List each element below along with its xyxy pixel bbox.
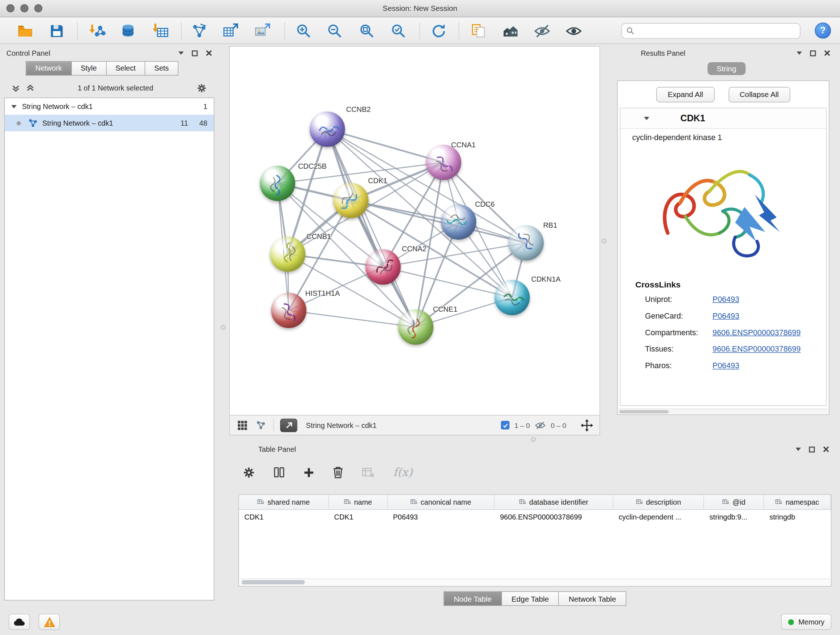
scrollbar-thumb[interactable] <box>242 580 305 584</box>
network-node-cdk1[interactable] <box>333 183 369 218</box>
cloud-status-button[interactable] <box>9 614 30 630</box>
column-header-shared-name[interactable]: shared name <box>239 495 328 509</box>
panel-menu-icon[interactable] <box>796 448 801 451</box>
crosslink-link[interactable]: P06493 <box>713 295 739 303</box>
delete-table-button-disabled[interactable] <box>361 466 376 479</box>
collection-disclosure-icon[interactable] <box>11 105 17 108</box>
tab-network-table[interactable]: Network Table <box>559 591 626 606</box>
new-network-button[interactable] <box>188 21 210 41</box>
home-view-button[interactable] <box>500 21 521 41</box>
column-header-canonical-name[interactable]: canonical name <box>387 495 494 509</box>
show-all-button[interactable] <box>563 21 584 41</box>
table-cell-shared-name[interactable]: CDK1 <box>239 510 328 524</box>
open-session-button[interactable] <box>14 21 36 41</box>
help-button[interactable]: ? <box>815 22 831 38</box>
crosslink-link[interactable]: P06493 <box>713 311 739 320</box>
expand-all-networks-icon[interactable] <box>25 83 35 93</box>
memory-button[interactable]: Memory <box>781 614 831 630</box>
table-cell-database-identifier[interactable]: 9606.ENSP00000378699 <box>494 510 613 524</box>
table-cell-description[interactable]: cyclin-dependent ... <box>613 510 704 524</box>
selected-count-checkbox-icon[interactable] <box>501 421 510 430</box>
left-splitter-grip[interactable] <box>221 325 225 329</box>
pan-mode-crosshair-icon[interactable] <box>581 419 593 431</box>
string-tab-badge[interactable]: String <box>707 62 745 75</box>
search-input[interactable] <box>638 27 796 35</box>
clone-document-button[interactable] <box>468 21 489 41</box>
toolbar-search-field[interactable] <box>622 23 801 39</box>
tab-select[interactable]: Select <box>106 61 145 76</box>
collapse-all-networks-icon[interactable] <box>11 83 21 93</box>
right-splitter-grip[interactable] <box>602 239 606 243</box>
network-options-gear-icon[interactable] <box>196 82 208 95</box>
network-collection-row[interactable]: String Network – cdk1 1 <box>5 98 214 115</box>
export-image-button[interactable] <box>251 21 273 41</box>
table-cell--id[interactable]: stringdb:9... <box>704 510 764 524</box>
zoom-in-button[interactable] <box>293 21 314 41</box>
panel-menu-icon[interactable] <box>797 51 802 55</box>
bottom-splitter-grip[interactable] <box>531 437 536 442</box>
close-panel-icon[interactable] <box>824 50 831 57</box>
column-header-database-identifier[interactable]: database identifier <box>494 495 613 509</box>
network-node-cdc25b[interactable] <box>260 166 295 201</box>
show-columns-button[interactable] <box>272 465 286 479</box>
network-canvas[interactable]: CCNB2 CCNA1 CDC25B CDK1 CDC6 RB1 CCNB1 C… <box>230 47 600 415</box>
table-horizontal-scrollbar[interactable] <box>240 578 830 585</box>
save-session-button[interactable] <box>46 21 67 41</box>
tab-edge-table[interactable]: Edge Table <box>501 591 559 606</box>
close-panel-icon[interactable] <box>206 50 212 57</box>
network-node-ccnb2[interactable] <box>309 111 345 147</box>
close-panel-icon[interactable] <box>823 446 829 453</box>
hide-selected-button[interactable] <box>531 21 553 41</box>
panel-menu-icon[interactable] <box>178 51 184 55</box>
section-disclosure-icon[interactable] <box>644 117 649 120</box>
network-overview-icon[interactable] <box>255 419 267 431</box>
collapse-all-button[interactable]: Collapse All <box>728 87 790 102</box>
import-network-button[interactable] <box>87 21 109 41</box>
import-table-button[interactable] <box>150 21 172 41</box>
refresh-button[interactable] <box>428 21 449 41</box>
network-edge[interactable] <box>327 129 416 327</box>
crosslink-link[interactable]: P06493 <box>713 361 739 370</box>
zoom-out-button[interactable] <box>324 21 346 41</box>
crosslink-link[interactable]: 9606.ENSP00000378699 <box>713 328 801 337</box>
column-header-namespac[interactable]: namespac <box>764 495 831 509</box>
function-builder-button-disabled[interactable]: f(x) <box>392 465 414 480</box>
import-network-from-database-button[interactable] <box>117 21 139 41</box>
float-panel-icon[interactable] <box>810 50 816 56</box>
add-column-button[interactable] <box>302 466 316 479</box>
network-node-rb1[interactable] <box>508 225 544 261</box>
network-node-ccna2[interactable] <box>365 249 401 285</box>
birds-eye-view-icon[interactable] <box>236 419 248 431</box>
delete-column-button[interactable] <box>332 465 345 480</box>
tab-node-table[interactable]: Node Table <box>444 591 501 606</box>
network-node-cdc6[interactable] <box>441 204 477 240</box>
zoom-selected-button[interactable] <box>388 21 409 41</box>
crosslink-link[interactable]: 9606.ENSP00000378699 <box>713 344 801 353</box>
column-header-name[interactable]: name <box>329 495 388 509</box>
table-cell-namespac[interactable]: stringdb <box>764 510 831 524</box>
results-horizontal-scrollbar[interactable] <box>618 409 829 414</box>
open-in-window-button[interactable] <box>280 418 297 432</box>
scrollbar-thumb[interactable] <box>619 410 668 413</box>
warnings-button[interactable] <box>39 614 60 630</box>
tab-sets[interactable]: Sets <box>145 61 178 76</box>
hidden-count-eye-slash-icon[interactable] <box>535 421 546 430</box>
protein-section-header[interactable]: CDK1 <box>621 108 826 128</box>
network-row[interactable]: String Network – cdk1 11 48 <box>5 115 214 131</box>
network-node-ccnb1[interactable] <box>270 236 305 272</box>
tab-style[interactable]: Style <box>71 61 106 76</box>
network-node-ccne1[interactable] <box>398 309 433 345</box>
network-node-hist1h1a[interactable] <box>271 293 306 328</box>
network-node-cdkn1a[interactable] <box>494 280 530 315</box>
float-panel-icon[interactable] <box>809 447 815 452</box>
column-header-description[interactable]: description <box>613 495 704 509</box>
export-table-button[interactable] <box>219 21 241 41</box>
table-cell-canonical-name[interactable]: P06493 <box>387 510 494 524</box>
zoom-fit-button[interactable] <box>356 21 378 41</box>
network-node-ccna1[interactable] <box>426 145 461 180</box>
table-cell-name[interactable]: CDK1 <box>329 510 388 524</box>
column-header--id[interactable]: @id <box>704 495 764 509</box>
table-options-gear-button[interactable] <box>242 465 256 480</box>
tab-network[interactable]: Network <box>26 61 71 76</box>
expand-all-button[interactable]: Expand All <box>657 87 714 102</box>
